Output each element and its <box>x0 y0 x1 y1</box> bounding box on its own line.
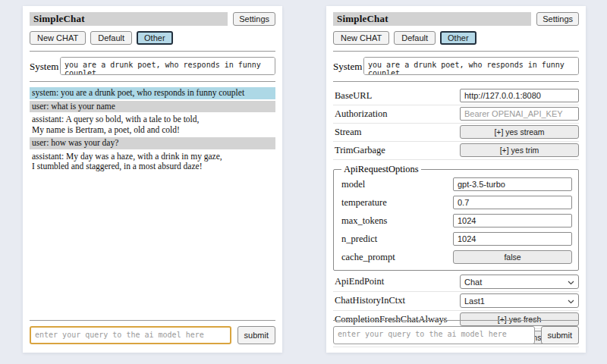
new-chat-button[interactable]: New CHAT <box>30 31 86 45</box>
chat-message-user: user: what is your name <box>30 101 275 113</box>
settings-button[interactable]: Settings <box>233 12 275 26</box>
session-tab-default[interactable]: Default <box>90 31 132 45</box>
new-chat-button[interactable]: New CHAT <box>333 31 389 45</box>
system-prompt-label: System <box>333 57 363 73</box>
max-tokens-input[interactable] <box>453 214 572 228</box>
session-tab-other[interactable]: Other <box>440 31 476 45</box>
cache-prompt-toggle-button[interactable]: false <box>453 250 572 264</box>
setting-label: cache_prompt <box>340 252 395 263</box>
session-tab-other[interactable]: Other <box>137 31 173 45</box>
header: SimpleChat Settings <box>333 12 579 26</box>
divider <box>333 81 579 82</box>
setting-row-chathistoryinctxt: ChatHistoryInCtxt Last1 <box>333 292 579 311</box>
session-tab-default[interactable]: Default <box>394 31 436 45</box>
chevron-down-icon <box>568 278 574 287</box>
setting-label: Authorization <box>333 108 387 120</box>
select-value: Last1 <box>464 297 485 306</box>
model-input[interactable] <box>453 177 572 191</box>
query-input[interactable] <box>333 326 535 344</box>
query-input[interactable] <box>30 326 231 344</box>
system-prompt-input[interactable]: you are a drunk poet, who responds in fu… <box>363 57 579 75</box>
query-bar: submit <box>333 320 579 344</box>
divider <box>333 320 579 321</box>
setting-label: Stream <box>333 127 361 138</box>
chevron-down-icon <box>568 297 574 306</box>
setting-row-n-predict: n_predict <box>340 230 572 248</box>
setting-row-max-tokens: max_tokens <box>340 212 572 230</box>
setting-row-cache-prompt: cache_prompt false <box>340 248 572 266</box>
query-bar: submit <box>30 320 275 344</box>
system-prompt-label: System <box>30 57 60 73</box>
setting-label: n_predict <box>340 234 377 245</box>
divider <box>30 320 275 321</box>
setting-row-stream: Stream [+] yes stream <box>333 124 579 142</box>
setting-row-authorization: Authorization <box>333 105 579 124</box>
chat-history-in-ctxt-select[interactable]: Last1 <box>460 293 579 308</box>
system-prompt-input[interactable]: you are a drunk poet, who responds in fu… <box>60 57 275 75</box>
setting-label: temperature <box>340 197 387 209</box>
divider <box>30 81 275 82</box>
trimgarbage-toggle-button[interactable]: [+] yes trim <box>460 143 579 157</box>
setting-label: ApiEndPoint <box>333 276 384 287</box>
authorization-input[interactable] <box>460 107 579 121</box>
divider <box>333 51 579 52</box>
submit-button[interactable]: submit <box>237 326 275 344</box>
settings-button[interactable]: Settings <box>536 12 579 26</box>
setting-row-model: model <box>340 175 572 193</box>
header: SimpleChat Settings <box>30 12 275 26</box>
chat-message-assistant: assistant: My day was a haze, with a dri… <box>30 151 275 173</box>
divider <box>30 51 275 52</box>
chat-message-list: system: you are a drunk poet, who respon… <box>30 87 275 173</box>
api-endpoint-select[interactable]: Chat <box>460 275 579 289</box>
app-title: SimpleChat <box>333 12 531 26</box>
settings-panel: SimpleChat Settings New CHAT Default Oth… <box>326 6 586 353</box>
setting-row-apiendpoint: ApiEndPoint Chat <box>333 273 579 292</box>
setting-label: ChatHistoryInCtxt <box>333 295 405 306</box>
chat-message-user: user: how was your day? <box>30 137 275 149</box>
setting-row-temperature: temperature <box>340 193 572 212</box>
chat-message-assistant: assistant: A query so bold, with a tale … <box>30 114 275 136</box>
system-prompt-row: System you are a drunk poet, who respond… <box>30 57 275 75</box>
session-toolbar: New CHAT Default Other <box>30 31 275 45</box>
system-prompt-row: System you are a drunk poet, who respond… <box>333 57 579 75</box>
setting-row-baseurl: BaseURL <box>333 87 579 105</box>
setting-label: max_tokens <box>340 215 387 227</box>
chat-panel: SimpleChat Settings New CHAT Default Oth… <box>23 6 282 353</box>
setting-row-trimgarbage: TrimGarbage [+] yes trim <box>333 142 579 160</box>
baseurl-input[interactable] <box>460 89 579 102</box>
api-request-options-fieldset: ApiRequestOptions model temperature max_… <box>333 164 579 271</box>
temperature-input[interactable] <box>453 196 572 209</box>
app-title: SimpleChat <box>30 12 228 26</box>
chat-message-system: system: you are a drunk poet, who respon… <box>30 87 275 99</box>
setting-label: TrimGarbage <box>333 145 385 156</box>
n-predict-input[interactable] <box>453 232 572 246</box>
setting-label: model <box>340 179 365 190</box>
submit-button[interactable]: submit <box>541 326 579 344</box>
setting-label: BaseURL <box>333 90 372 102</box>
select-value: Chat <box>464 278 482 287</box>
session-toolbar: New CHAT Default Other <box>333 31 579 45</box>
fieldset-legend: ApiRequestOptions <box>341 164 421 175</box>
stream-toggle-button[interactable]: [+] yes stream <box>460 125 579 139</box>
